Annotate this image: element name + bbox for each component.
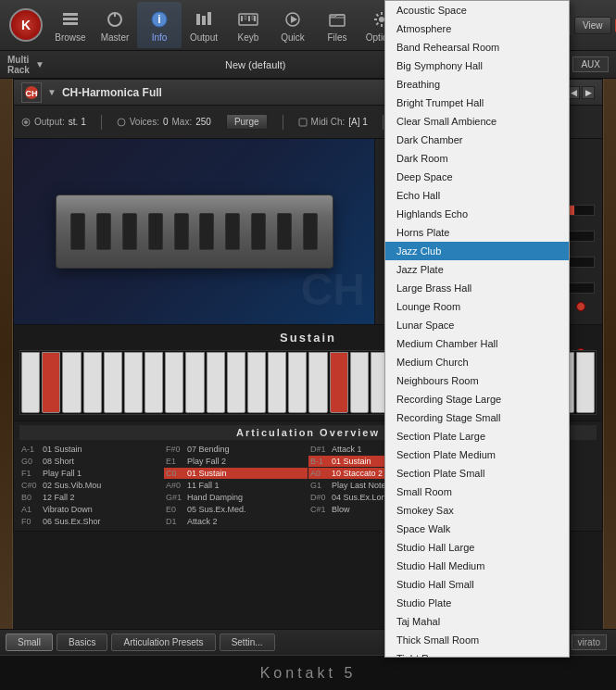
dropdown-item[interactable]: Atmosphere: [385, 19, 569, 38]
dropdown-item[interactable]: Big Symphony Hall: [385, 56, 569, 75]
dropdown-item[interactable]: Breathing: [385, 75, 569, 94]
dropdown-item[interactable]: Large Brass Hall: [385, 279, 569, 297]
dropdown-item[interactable]: Space Walk: [385, 520, 569, 538]
white-key-active-2[interactable]: [330, 352, 348, 413]
keyb-button[interactable]: Keyb: [226, 2, 270, 48]
articulation-item[interactable]: E005 Sus.Ex.Med.: [164, 504, 308, 515]
dropdown-item[interactable]: Band Rehearsal Room: [385, 38, 569, 56]
articulation-item[interactable]: F006 Sus.Ex.Shor: [19, 516, 163, 527]
output-button[interactable]: Output: [182, 2, 226, 48]
dropdown-item[interactable]: Tight Room: [385, 649, 569, 658]
dropdown-item[interactable]: Studio Hall Medium: [385, 557, 569, 575]
vibrato-control[interactable]: virato: [572, 634, 607, 650]
white-key-7[interactable]: [165, 352, 183, 413]
articulation-item[interactable]: A#011 Fall 1: [164, 480, 308, 491]
white-key-10[interactable]: [227, 352, 245, 413]
dropdown-item[interactable]: Acoustic Space: [385, 1, 569, 19]
dropdown-item[interactable]: Bright Trumpet Hall: [385, 94, 569, 112]
master-button[interactable]: Master: [93, 2, 137, 48]
white-key-8[interactable]: [185, 352, 204, 413]
basics-button[interactable]: Basics: [57, 634, 107, 651]
dropdown-item[interactable]: Small Room: [385, 483, 569, 501]
articulation-item[interactable]: G#1Hand Damping: [164, 492, 308, 503]
dropdown-item[interactable]: Medium Church: [385, 353, 569, 371]
rack-prev-arrow[interactable]: ▼: [35, 59, 44, 69]
dropdown-item[interactable]: Deep Space: [385, 168, 569, 186]
files-button[interactable]: Files: [315, 2, 359, 48]
white-key-4[interactable]: [104, 352, 122, 413]
articulation-item[interactable]: G008 Short: [19, 456, 163, 467]
harmonica-hole: [174, 213, 189, 250]
master-icon: [104, 8, 126, 31]
dropdown-item[interactable]: Jazz Plate: [385, 260, 569, 279]
info-button[interactable]: i Info: [137, 2, 182, 48]
white-key-26[interactable]: [576, 352, 595, 413]
dropdown-item[interactable]: Dark Chamber: [385, 131, 569, 149]
browse-button[interactable]: Browse: [48, 2, 93, 48]
dropdown-item[interactable]: Lunar Space: [385, 316, 569, 334]
articulation-item[interactable]: C#002 Sus.Vib.Mou: [19, 480, 163, 491]
harmonica-holes: [57, 195, 333, 268]
view-button[interactable]: View: [574, 17, 611, 34]
dropdown-item[interactable]: Horns Plate: [385, 223, 569, 242]
instrument-logo[interactable]: CH: [21, 82, 42, 103]
voices-label: Voices:: [130, 117, 159, 127]
dropdown-item[interactable]: Neighbours Room: [385, 371, 569, 390]
white-key-13[interactable]: [288, 352, 307, 413]
purge-button-instrument[interactable]: Purge: [226, 114, 268, 130]
dropdown-item[interactable]: Studio Plate: [385, 594, 569, 612]
articulation-item[interactable]: D1Attack 2: [164, 516, 308, 527]
small-button[interactable]: Small: [6, 634, 53, 651]
dropdown-item[interactable]: Jazz Club: [385, 242, 569, 260]
settings-button[interactable]: Settin...: [220, 634, 275, 651]
articulation-item[interactable]: C001 Sustain: [164, 468, 308, 479]
dropdown-item[interactable]: Studio Hall Large: [385, 538, 569, 557]
dropdown-item[interactable]: Thick Small Room: [385, 631, 569, 649]
white-key-14[interactable]: [308, 352, 327, 413]
dropdown-item[interactable]: Dark Room: [385, 149, 569, 168]
quick-button[interactable]: Quick: [270, 2, 315, 48]
instrument-expand[interactable]: ▼: [47, 87, 57, 97]
divider-3: [383, 115, 383, 130]
white-key-1[interactable]: [21, 352, 40, 413]
articulation-item[interactable]: F1Play Fall 1: [19, 468, 163, 479]
white-key-11[interactable]: [247, 352, 266, 413]
aux-button[interactable]: AUX: [572, 56, 609, 72]
articulation-item[interactable]: B012 Fall 2: [19, 492, 163, 503]
white-key-5[interactable]: [124, 352, 143, 413]
dropdown-item[interactable]: Section Plate Large: [385, 427, 569, 445]
dropdown-item[interactable]: Studio Hall Small: [385, 575, 569, 594]
articulation-item[interactable]: F#007 Bending: [164, 444, 308, 455]
dropdown-item[interactable]: Medium Chamber Hall: [385, 334, 569, 353]
articulation-item[interactable]: E1Play Fall 2: [164, 456, 308, 467]
dropdown-item[interactable]: Smokey Sax: [385, 501, 569, 520]
instr-next-button[interactable]: ▶: [582, 86, 595, 99]
dropdown-item[interactable]: Section Plate Medium: [385, 445, 569, 464]
dropdown-item[interactable]: Clear Small Ambience: [385, 112, 569, 131]
dropdown-item[interactable]: Section Plate Small: [385, 464, 569, 483]
articulation-item[interactable]: A1Vibrato Down: [19, 504, 163, 515]
white-key-active-1[interactable]: [42, 352, 60, 413]
articulation-presets-button[interactable]: Articulation Presets: [111, 634, 215, 651]
dropdown-item[interactable]: Taj Mahal: [385, 612, 569, 631]
dropdown-item[interactable]: Recording Stage Small: [385, 408, 569, 427]
white-key-6[interactable]: [145, 352, 163, 413]
dropdown-item[interactable]: Lounge Room: [385, 297, 569, 316]
browse-label: Browse: [55, 32, 85, 43]
white-key-15[interactable]: [350, 352, 369, 413]
dropdown-item[interactable]: Highlands Echo: [385, 205, 569, 223]
white-key-3[interactable]: [83, 352, 102, 413]
divider-1: [101, 115, 102, 130]
dropdown-menu[interactable]: Acoustic SpaceAtmosphereBand Rehearsal R…: [384, 0, 570, 658]
info-label: Info: [152, 32, 168, 43]
bg-text: CH: [301, 264, 365, 315]
articulation-item[interactable]: A-101 Sustain: [19, 444, 163, 455]
white-key-12[interactable]: [268, 352, 286, 413]
side-left: [0, 79, 13, 629]
svg-rect-13: [248, 16, 250, 21]
max-value: 250: [195, 117, 211, 127]
white-key-2[interactable]: [62, 352, 81, 413]
dropdown-item[interactable]: Recording Stage Large: [385, 390, 569, 408]
dropdown-item[interactable]: Echo Hall: [385, 186, 569, 205]
white-key-9[interactable]: [207, 352, 225, 413]
